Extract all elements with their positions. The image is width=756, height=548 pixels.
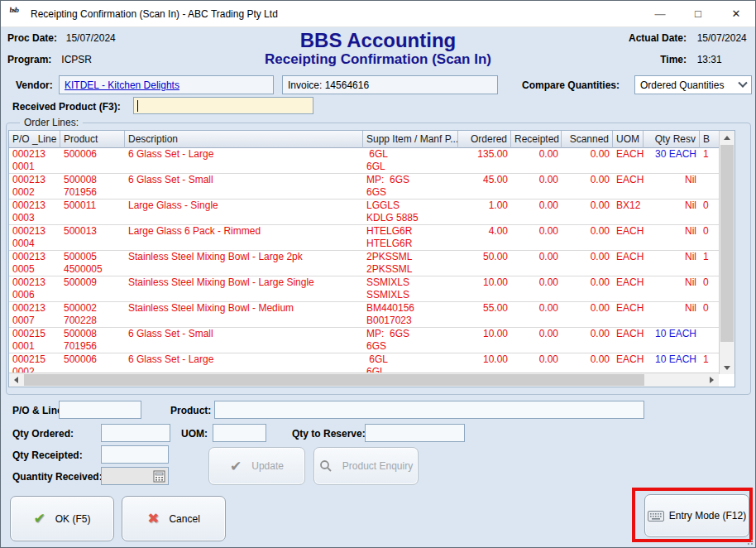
- cancel-button[interactable]: ✖ Cancel: [122, 496, 226, 541]
- cell-desc: Large Glass 6 Pack - Rimmed: [125, 225, 363, 250]
- compare-quantities-select[interactable]: Ordered Quantities: [634, 75, 752, 94]
- scroll-down-icon[interactable]: [720, 361, 734, 374]
- cell-ordered: 1.00: [458, 199, 511, 224]
- cell-product: 500008701956: [60, 174, 125, 199]
- cell-product: 500006: [60, 353, 125, 374]
- vendor-field: KITDEL - Kitchen Delights: [59, 75, 274, 94]
- window-title: Receipting Confirmation (Scan In) - ABC …: [31, 8, 278, 20]
- qty-to-reserve-label: Qty to Reserve:: [292, 428, 366, 440]
- maximize-icon[interactable]: □: [679, 1, 717, 27]
- cell-receipted: 0.00: [511, 251, 562, 276]
- cell-receipted: 0.00: [511, 148, 562, 173]
- cell-uom: EACH: [613, 174, 644, 199]
- table-row[interactable]: 0002130006500009 Stainless Steel Mixing …: [9, 276, 719, 302]
- cell-resv: Nil: [644, 251, 700, 276]
- cell-extra: [700, 328, 719, 353]
- cell-receipted: 0.00: [511, 174, 562, 199]
- close-icon[interactable]: ✕: [717, 1, 755, 27]
- column-header-product[interactable]: Product: [60, 131, 125, 148]
- cell-uom: EACH: [613, 251, 644, 276]
- quantity-received-input[interactable]: [101, 467, 169, 485]
- cell-desc: 6 Glass Set - Large: [125, 148, 363, 173]
- cell-desc: 6 Glass Set - Small: [125, 174, 363, 199]
- cell-supp: 2PKSSML2PKSSML: [363, 251, 458, 276]
- column-header-qty-resv[interactable]: Qty Resv: [644, 131, 700, 148]
- cell-product: 500009: [60, 276, 125, 301]
- scroll-up-icon[interactable]: [720, 131, 734, 144]
- table-row[interactable]: 0002130003500011 Large Glass - Single LG…: [9, 199, 719, 225]
- cell-desc: Stainless Steel Mixing Bowl - Large Sing…: [125, 276, 363, 301]
- product-label: Product:: [170, 405, 211, 416]
- vendor-label: Vendor:: [16, 79, 53, 91]
- column-header-ordered[interactable]: Ordered: [458, 131, 511, 148]
- vertical-scrollbar-thumb[interactable]: [720, 145, 734, 342]
- cell-resv: Nil: [644, 199, 700, 224]
- cell-scanned: 0.00: [562, 174, 613, 199]
- scroll-left-icon[interactable]: [9, 373, 22, 387]
- cell-ordered: 135.00: [458, 148, 511, 173]
- column-header-supp-item[interactable]: Supp Item / Manf P...: [363, 131, 458, 148]
- column-header-description[interactable]: Description: [125, 131, 363, 148]
- qty-receipted-label: Qty Receipted:: [12, 449, 83, 461]
- table-row[interactable]: 00021300025000087019566 Glass Set - Smal…: [9, 174, 719, 199]
- uom-input[interactable]: [213, 424, 266, 442]
- horizontal-scrollbar-thumb[interactable]: [24, 374, 644, 386]
- table-row[interactable]: 0002130001500006 6 Glass Set - Large 6GL…: [9, 148, 719, 174]
- cell-resv: Nil: [644, 302, 700, 327]
- product-enquiry-button[interactable]: Product Enquiry: [313, 447, 419, 485]
- product-input[interactable]: [214, 401, 644, 419]
- column-header-receipted[interactable]: Receipted: [511, 131, 562, 148]
- cell-desc: Stainless Steel Mixing Bowl - Large 2pk: [125, 251, 363, 276]
- cell-resv: Nil: [644, 225, 700, 250]
- entry-mode-button[interactable]: Entry Mode (F12): [644, 494, 749, 537]
- cell-ordered: 10.00: [458, 276, 511, 301]
- column-header-po-line[interactable]: P/O _Line: [9, 131, 60, 148]
- update-button[interactable]: ✔ Update: [208, 447, 305, 485]
- table-row[interactable]: 0002150002500006 6 Glass Set - Large 6GL…: [9, 353, 719, 374]
- vertical-scrollbar[interactable]: [719, 131, 734, 374]
- table-row[interactable]: 00021500015000087019566 Glass Set - Smal…: [9, 328, 719, 353]
- po-line-input[interactable]: [59, 401, 141, 419]
- cell-resv: 10 EACH: [644, 353, 700, 374]
- cell-desc: Large Glass - Single: [125, 199, 363, 224]
- table-row[interactable]: 0002130004500013 Large Glass 6 Pack - Ri…: [9, 225, 719, 251]
- cell-product: 500013: [60, 225, 125, 250]
- received-product-input[interactable]: [133, 97, 313, 114]
- cell-uom: BX12: [613, 199, 644, 224]
- horizontal-scrollbar[interactable]: [9, 373, 719, 387]
- cell-scanned: 0.00: [562, 199, 613, 224]
- scroll-right-icon[interactable]: [705, 373, 718, 387]
- cell-resv: 30 EACH: [644, 148, 700, 173]
- received-product-label: Received Product (F3):: [12, 101, 121, 113]
- cell-ordered: 10.00: [458, 328, 511, 353]
- invoice-field: Invoice: 14564616: [282, 75, 498, 94]
- cell-receipted: 0.00: [511, 302, 562, 327]
- cell-desc: 6 Glass Set - Large: [125, 353, 363, 374]
- table-row[interactable]: 0002130007500002700228Stainless Steel Mi…: [9, 302, 719, 328]
- resize-grip[interactable]: [744, 536, 753, 545]
- column-header-scanned[interactable]: Scanned: [562, 131, 613, 148]
- cell-scanned: 0.00: [562, 225, 613, 250]
- quantity-received-label: Quantity Received:: [12, 471, 103, 483]
- cell-supp: 6GL6GL: [363, 148, 458, 173]
- cell-po: 0002130002: [9, 174, 60, 199]
- cell-uom: EACH: [613, 328, 644, 353]
- column-header-uom[interactable]: UOM: [613, 131, 644, 148]
- cell-extra: 1: [700, 148, 719, 173]
- table-row[interactable]: 00021300055000054500005Stainless Steel M…: [9, 251, 719, 276]
- x-icon: ✖: [147, 512, 159, 526]
- qty-ordered-label: Qty Ordered:: [12, 428, 74, 440]
- column-header-partial[interactable]: B: [700, 131, 719, 148]
- cell-product: 500011: [60, 199, 125, 224]
- actual-date-label: Actual Date:: [625, 32, 687, 44]
- qty-receipted-input[interactable]: [101, 445, 169, 464]
- qty-to-reserve-input[interactable]: [365, 424, 465, 442]
- cell-uom: EACH: [613, 302, 644, 327]
- qty-ordered-input[interactable]: [101, 424, 170, 442]
- ok-button[interactable]: ✔ OK (F5): [10, 496, 114, 541]
- cell-receipted: 0.00: [511, 199, 562, 224]
- minimize-icon[interactable]: —: [641, 1, 679, 27]
- cell-uom: EACH: [613, 353, 644, 374]
- vendor-link[interactable]: KITDEL - Kitchen Delights: [65, 79, 179, 91]
- cell-resv: Nil: [644, 174, 700, 199]
